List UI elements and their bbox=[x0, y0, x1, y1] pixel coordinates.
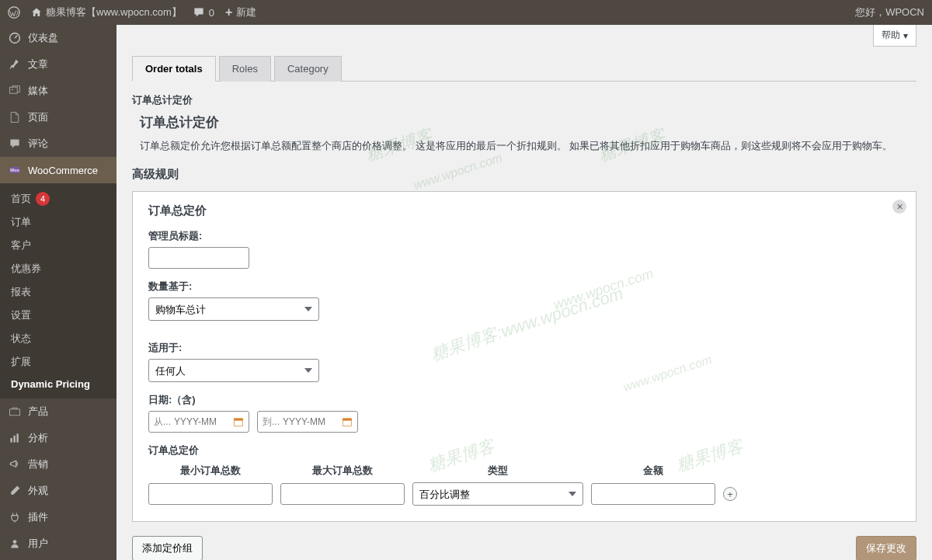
woocommerce-icon: Woo bbox=[8, 163, 22, 177]
tab-roles[interactable]: Roles bbox=[219, 56, 271, 82]
admin-title-input[interactable] bbox=[148, 247, 249, 269]
menu-media[interactable]: 媒体 bbox=[0, 78, 116, 104]
chart-icon bbox=[8, 431, 22, 445]
media-icon bbox=[8, 84, 22, 98]
rule-box: ✕ 订单总定价 管理员标题: 数量基于: 购物车总计 适用于: 任何人 日期:（… bbox=[132, 191, 916, 522]
svg-point-3 bbox=[12, 89, 13, 91]
add-row-button[interactable]: + bbox=[723, 487, 737, 501]
submenu-coupons[interactable]: 优惠券 bbox=[0, 257, 116, 280]
site-link[interactable]: 糖果博客【www.wpocn.com】 bbox=[31, 5, 182, 19]
save-button[interactable]: 保存更改 bbox=[856, 536, 916, 560]
svg-rect-8 bbox=[13, 436, 15, 443]
tab-order-totals[interactable]: Order totals bbox=[132, 56, 216, 82]
close-icon[interactable]: ✕ bbox=[892, 200, 906, 214]
date-to-wrap[interactable]: 到... bbox=[257, 411, 358, 433]
woocommerce-submenu: 首页4 订单 客户 优惠券 报表 设置 状态 扩展 Dynamic Pricin… bbox=[0, 183, 116, 398]
plug-icon bbox=[8, 510, 22, 524]
date-from-wrap[interactable]: 从... bbox=[148, 411, 249, 433]
megaphone-icon bbox=[8, 457, 22, 471]
col-max: 最大订单总数 bbox=[280, 464, 405, 482]
col-type: 类型 bbox=[412, 464, 583, 482]
menu-tools[interactable]: 工具 bbox=[0, 557, 116, 560]
submenu-dynamic-pricing[interactable]: Dynamic Pricing bbox=[0, 374, 116, 395]
new-link[interactable]: +新建 bbox=[225, 5, 256, 19]
submenu-status[interactable]: 状态 bbox=[0, 327, 116, 350]
submenu-reports[interactable]: 报表 bbox=[0, 280, 116, 304]
price-row: 百分比调整 + bbox=[148, 482, 900, 506]
col-min: 最小订单总数 bbox=[148, 464, 273, 482]
menu-marketing[interactable]: 营销 bbox=[0, 451, 116, 478]
wp-logo[interactable] bbox=[8, 6, 20, 19]
min-input[interactable] bbox=[148, 483, 273, 505]
menu-woocommerce[interactable]: WooWooCommerce bbox=[0, 157, 116, 183]
price-table-title: 订单总定价 bbox=[148, 443, 900, 457]
greeting[interactable]: 您好，WPOCN bbox=[855, 5, 924, 19]
menu-products[interactable]: 产品 bbox=[0, 398, 116, 425]
help-tab[interactable]: 帮助▾ bbox=[873, 25, 916, 47]
applies-select[interactable]: 任何人 bbox=[148, 359, 319, 382]
date-label: 日期:（含) bbox=[148, 393, 900, 407]
menu-users[interactable]: 用户 bbox=[0, 530, 116, 557]
comment-icon bbox=[8, 137, 22, 151]
comments-link[interactable]: 0 bbox=[193, 6, 214, 19]
breadcrumb-title: 订单总计定价 bbox=[132, 93, 916, 107]
date-to-input[interactable] bbox=[283, 416, 339, 427]
user-icon bbox=[8, 537, 22, 551]
svg-rect-2 bbox=[10, 87, 18, 93]
products-icon bbox=[8, 405, 22, 419]
tab-category[interactable]: Category bbox=[274, 56, 342, 82]
submenu-home[interactable]: 首页4 bbox=[0, 187, 116, 210]
svg-point-10 bbox=[13, 540, 17, 544]
admin-title-label: 管理员标题: bbox=[148, 229, 900, 243]
svg-rect-6 bbox=[10, 409, 20, 416]
menu-comments[interactable]: 评论 bbox=[0, 130, 116, 157]
rules-heading: 高级规则 bbox=[132, 167, 916, 182]
qty-based-select[interactable]: 购物车总计 bbox=[148, 297, 319, 321]
type-select[interactable]: 百分比调整 bbox=[412, 482, 583, 506]
svg-rect-7 bbox=[10, 438, 12, 443]
home-badge: 4 bbox=[36, 192, 50, 206]
add-group-button[interactable]: 添加定价组 bbox=[132, 536, 203, 560]
submenu-customers[interactable]: 客户 bbox=[0, 234, 116, 257]
menu-plugins[interactable]: 插件 bbox=[0, 504, 116, 530]
menu-analytics[interactable]: 分析 bbox=[0, 425, 116, 451]
main-content: 帮助▾ Order totals Roles Category 订单总计定价 订… bbox=[116, 25, 932, 560]
svg-rect-14 bbox=[343, 419, 351, 421]
admin-topbar: 糖果博客【www.wpocn.com】 0 +新建 您好，WPOCN bbox=[0, 0, 932, 25]
menu-dashboard[interactable]: 仪表盘 bbox=[0, 25, 116, 51]
menu-pages[interactable]: 页面 bbox=[0, 104, 116, 130]
page-icon bbox=[8, 110, 22, 124]
calendar-icon bbox=[342, 416, 353, 427]
chevron-down-icon: ▾ bbox=[903, 30, 908, 41]
applies-label: 适用于: bbox=[148, 341, 900, 355]
menu-posts[interactable]: 文章 bbox=[0, 51, 116, 78]
calendar-icon bbox=[233, 416, 244, 427]
submenu-extensions[interactable]: 扩展 bbox=[0, 350, 116, 374]
submenu-orders[interactable]: 订单 bbox=[0, 210, 116, 234]
date-from-input[interactable] bbox=[174, 416, 230, 427]
svg-text:Woo: Woo bbox=[10, 168, 20, 172]
page-heading: 订单总计定价 bbox=[140, 113, 916, 131]
dashboard-icon bbox=[8, 31, 22, 45]
svg-rect-12 bbox=[234, 419, 242, 421]
col-amount: 金额 bbox=[591, 464, 715, 482]
menu-appearance[interactable]: 外观 bbox=[0, 478, 116, 504]
qty-based-label: 数量基于: bbox=[148, 280, 900, 294]
max-input[interactable] bbox=[280, 483, 405, 505]
rule-title: 订单总定价 bbox=[148, 203, 900, 218]
amount-input[interactable] bbox=[591, 483, 715, 505]
brush-icon bbox=[8, 484, 22, 498]
admin-sidebar: 仪表盘 文章 媒体 页面 评论 WooWooCommerce 首页4 订单 客户… bbox=[0, 25, 116, 560]
pin-icon bbox=[8, 57, 22, 71]
submenu-settings[interactable]: 设置 bbox=[0, 304, 116, 327]
svg-rect-9 bbox=[16, 433, 18, 442]
page-description: 订单总额定价允许您根据订单总额配置整个商店的价格调整。 这是将应用的最后一个折扣… bbox=[140, 139, 916, 153]
tabs: Order totals Roles Category bbox=[132, 56, 916, 82]
